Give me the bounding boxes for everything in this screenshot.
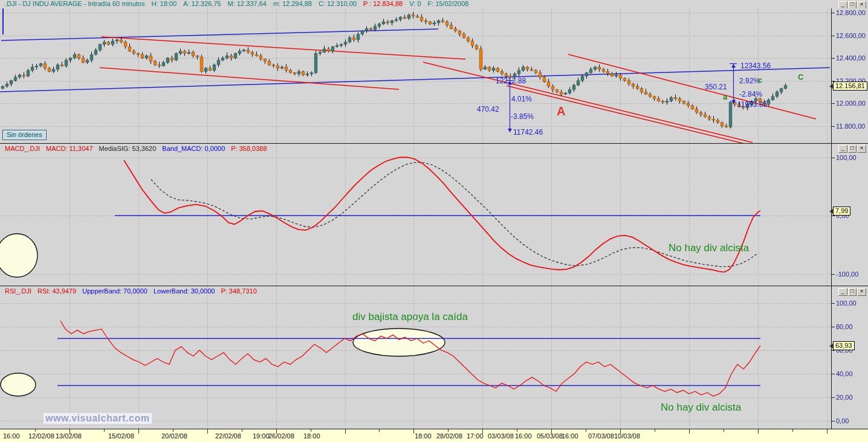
indicator-header-segment: RSI_.DJI [5, 287, 31, 295]
price-window-controls: _ □ × [838, 1, 866, 8]
rsi-no-divergence-note: No hay div alcista [661, 402, 741, 414]
axis-tick-mark [832, 13, 835, 13]
axis-tick-mark [832, 274, 835, 275]
time-tick-minor [655, 429, 655, 432]
visual-chart-window: .DJI - DJ INDU AVERAGE - Intradía 60 min… [0, 0, 868, 442]
wave-a-label: a [723, 92, 727, 101]
axis-tick-label: 0,00 [836, 417, 849, 424]
axis-tick-label: 12.600,00 [836, 32, 866, 39]
rsi-axis: 100,0080,0060,0040,0020,000,0063,93 [832, 286, 868, 429]
title-segment: M: 12.337,64 [227, 0, 266, 7]
rsi-bearish-divergence-note: div bajista apoya la caída [352, 311, 468, 323]
time-tick-minor [311, 429, 311, 432]
axis-price-marker: 63,93 [833, 341, 855, 350]
indicator-header-segment: MACD_.DJI [5, 145, 40, 152]
title-segment: P : 12.834,88 [363, 0, 403, 7]
minimize-button[interactable]: _ [838, 145, 847, 153]
meas2-range-label: 350.21 [705, 83, 727, 91]
axis-tick-mark [832, 58, 835, 59]
meas2-pct-up-label: 2.92% [739, 77, 760, 85]
macd-chart-canvas[interactable] [0, 144, 831, 286]
maximize-button[interactable]: □ [848, 145, 857, 153]
time-tick-major [207, 429, 208, 434]
axis-tick-mark [832, 327, 835, 327]
time-tick-major [138, 429, 139, 434]
axis-price-marker: 12.156,81 [833, 82, 867, 91]
title-segment: H: 18:00 [151, 0, 177, 7]
axis-tick-label: 100,00 [836, 299, 857, 307]
time-label: 19:00 [253, 432, 270, 440]
axis-tick-mark [832, 421, 835, 421]
time-label: 16:00 [515, 432, 532, 440]
wave-c-label: c [758, 75, 762, 85]
meas2-top-label: 12343.56 [740, 62, 771, 70]
macd-axis: 100,000,00-100,007,99 [832, 144, 868, 286]
time-tick-major [758, 429, 759, 434]
time-label: 07/03/08 [588, 432, 614, 440]
axis-tick-mark [832, 350, 835, 351]
time-label: 10/03/08 [614, 432, 640, 440]
time-label: 28/02/08 [436, 432, 462, 440]
maximize-button[interactable]: □ [848, 288, 857, 296]
macd-header: MACD_.DJIMACD: 11,3047MediaSIG: 53,3620B… [5, 145, 273, 152]
indicator-header-segment: MediaSIG: 53,3620 [99, 145, 157, 152]
axis-tick-label: 40,00 [836, 370, 853, 377]
title-segment: m: 12.294,88 [273, 0, 312, 7]
time-label: 16:00 [562, 432, 578, 440]
time-label: 26/02/08 [268, 432, 294, 440]
time-tick-minor [448, 429, 449, 432]
minimize-button[interactable]: _ [838, 288, 847, 296]
visualchart-watermark: www.visualchart.com [44, 413, 152, 424]
axis-tick-mark [832, 216, 835, 216]
time-tick-major [827, 429, 828, 434]
title-segment: V: 0 [409, 0, 421, 7]
axis-border [831, 8, 832, 429]
time-tick-minor [792, 429, 793, 432]
time-label: 05/03/08 [537, 432, 563, 440]
meas1-pct-down-label: -3.85% [511, 112, 534, 121]
time-axis[interactable]: 16:0012/02/0813/02/0815/02/0820/02/0822/… [0, 429, 868, 442]
time-label: 16:00 [3, 432, 20, 440]
time-tick-major [413, 429, 414, 434]
price-axis: 12.800,0012.600,0012.400,0012.200,0012.0… [832, 8, 868, 143]
time-tick-major [689, 429, 690, 434]
price-overlay: Sin órdenes 470.42 4.01% -3.85% 11742.46… [0, 8, 831, 143]
time-tick-minor [104, 429, 105, 432]
time-tick-minor [724, 429, 724, 432]
wave-A-label: A [557, 104, 565, 118]
axis-tick-mark [832, 303, 835, 304]
time-label: 20/02/08 [161, 432, 187, 440]
time-label: 18:00 [303, 432, 320, 440]
close-button[interactable]: × [857, 145, 866, 153]
chart-title-bar: .DJI - DJ INDU AVERAGE - Intradía 60 min… [0, 0, 868, 9]
meas1-range-label: 470.42 [477, 105, 499, 114]
axis-tick-mark [832, 126, 835, 127]
indicator-header-segment: LowerBand: 30,0000 [154, 287, 215, 295]
time-label: 15/02/08 [108, 432, 134, 440]
indicator-header-segment: P: 348,7310 [221, 287, 256, 295]
meas2-pct-down-label: -2.84% [739, 90, 762, 98]
title-segment: .DJI - DJ INDU AVERAGE - Intradía 60 min… [5, 0, 144, 7]
time-tick-minor [517, 429, 517, 432]
time-tick-minor [379, 429, 380, 432]
axis-tick-mark [832, 374, 835, 374]
axis-tick-label: -100,00 [836, 271, 858, 278]
time-tick-minor [242, 429, 242, 432]
meas2-bottom-label: 11993.35 [737, 100, 767, 109]
no-orders-button[interactable]: Sin órdenes [2, 130, 47, 140]
meas1-target-label: 11742.46 [513, 128, 543, 136]
indicator-header-segment: MACD: 11,3047 [46, 145, 92, 152]
rsi-window-controls: _ □ × [838, 288, 866, 295]
time-tick-minor [586, 429, 586, 432]
macd-window-controls: _ □ × [838, 145, 866, 152]
axis-tick-label: 11.800,00 [836, 123, 865, 130]
axis-tick-label: 80,00 [836, 323, 853, 330]
close-button[interactable]: × [857, 288, 866, 296]
time-label: 22/02/08 [215, 432, 241, 440]
time-tick-minor [35, 429, 36, 432]
axis-tick-label: 20,00 [836, 394, 853, 401]
axis-tick-mark [832, 103, 835, 104]
time-label: 13/02/08 [56, 432, 82, 440]
indicator-header-segment: Band_MACD: 0,0000 [162, 145, 225, 152]
title-segment: A: 12.326,75 [183, 0, 221, 7]
